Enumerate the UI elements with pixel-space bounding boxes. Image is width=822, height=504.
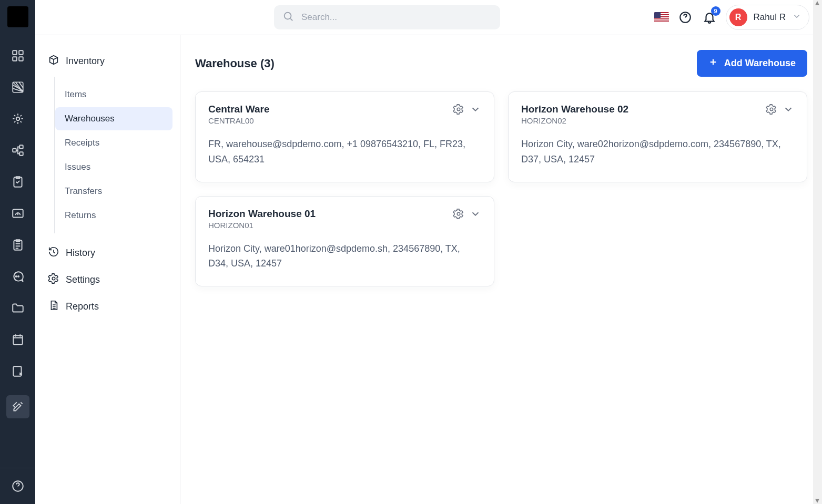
sidebar-group-inventory[interactable]: Inventory [43,50,172,73]
svg-rect-1 [19,50,23,55]
rail-clipboard-icon[interactable] [11,238,25,252]
svg-rect-0 [13,50,17,55]
warehouse-title: Horizon Warehouse 01 [208,208,316,220]
user-menu[interactable]: R Rahul R [726,5,809,30]
svg-point-13 [18,276,19,277]
warehouse-title: Horizon Warehouse 02 [521,104,628,115]
sidebar-item-reports[interactable]: Reports [43,293,172,320]
svg-point-5 [16,117,19,121]
warehouse-code: CENTRAL00 [208,116,270,125]
box-icon [48,54,59,68]
search-input[interactable] [300,12,492,23]
notifications-badge: 9 [711,6,720,16]
sidebar-item-label: History [66,248,95,259]
search-box[interactable] [274,5,500,29]
gear-icon[interactable] [766,104,777,117]
rail-radial-icon[interactable] [11,111,25,126]
search-icon [282,11,294,24]
svg-point-20 [457,108,460,111]
svg-point-22 [457,212,460,215]
svg-rect-2 [13,57,17,61]
page-scrollbar[interactable] [813,0,822,504]
rail-edit-icon[interactable] [11,364,25,378]
gear-icon[interactable] [453,208,464,222]
rail-dashboard-icon[interactable] [11,48,25,63]
svg-point-12 [15,276,16,277]
topbar: 9 R Rahul R [35,0,822,35]
svg-rect-3 [19,57,23,61]
sidebar-group-label: Inventory [66,56,105,67]
sidebar-item-label: Settings [66,274,100,285]
locale-flag-us[interactable] [654,12,669,23]
history-icon [48,246,59,260]
app-logo[interactable] [7,6,28,27]
plus-icon [708,57,718,69]
sidebar-item-label: Reports [66,301,99,312]
main-panel: Warehouse (3) Add Warehouse Central Ware… [180,35,822,504]
gear-icon [48,273,59,287]
sidebar-item-history[interactable]: History [43,240,172,266]
rail-chat-icon[interactable] [11,269,25,284]
rail-branch-icon[interactable] [11,143,25,158]
rail-calendar-icon[interactable] [11,332,25,347]
svg-rect-7 [19,145,23,149]
rail-folder-icon[interactable] [11,301,25,315]
warehouse-code: HORIZON02 [521,116,628,125]
sidebar-subitem-transfers[interactable]: Transfers [55,180,172,203]
warehouse-details: Horizon City, ware01horizon@sdpdemo.sh, … [208,241,481,272]
sidebar-item-settings[interactable]: Settings [43,266,172,293]
sidebar-subitem-receipts[interactable]: Receipts [55,131,172,155]
warehouse-card[interactable]: Central WareCENTRAL00FR, warehouse@sdpde… [195,91,494,182]
rail-checklist-icon[interactable] [11,174,25,189]
svg-point-21 [770,108,773,111]
warehouse-details: Horizon City, ware02horizon@sdpdemo.com,… [521,137,794,167]
rail-help-icon[interactable] [11,479,25,493]
svg-rect-14 [13,335,22,344]
chevron-down-icon [792,12,801,23]
svg-rect-6 [13,149,16,152]
chevron-down-icon[interactable] [470,208,481,222]
warehouse-card[interactable]: Horizon Warehouse 01HORIZON01Horizon Cit… [195,196,494,287]
secondary-sidebar: Inventory ItemsWarehousesReceiptsIssuesT… [35,35,180,504]
warehouse-code: HORIZON01 [208,221,316,230]
svg-rect-8 [19,152,23,156]
warehouse-card[interactable]: Horizon Warehouse 02HORIZON02Horizon Cit… [508,91,807,182]
svg-point-17 [285,13,291,19]
warehouse-title: Central Ware [208,104,270,115]
page-title: Warehouse (3) [195,57,275,70]
chevron-down-icon[interactable] [470,104,481,117]
chevron-down-icon[interactable] [783,104,794,117]
rail-gauge-icon[interactable] [11,206,25,221]
warehouse-details: FR, warehouse@sdpdemo.com, +1 0987654321… [208,137,481,167]
rail-tools-icon[interactable] [6,395,29,418]
primary-nav-rail [0,0,35,504]
svg-point-19 [52,277,55,280]
document-icon [48,300,59,314]
avatar: R [729,8,747,26]
gear-icon[interactable] [453,104,464,117]
rail-texture-icon[interactable] [11,80,25,95]
user-name: Rahul R [754,12,786,23]
sidebar-subitem-warehouses[interactable]: Warehouses [55,107,172,130]
sidebar-subitem-returns[interactable]: Returns [55,204,172,227]
add-warehouse-label: Add Warehouse [724,58,796,69]
sidebar-subitem-issues[interactable]: Issues [55,156,172,179]
add-warehouse-button[interactable]: Add Warehouse [697,50,807,77]
sidebar-subitem-items[interactable]: Items [55,83,172,106]
notifications-button[interactable]: 9 [702,9,717,25]
help-icon[interactable] [677,9,693,25]
